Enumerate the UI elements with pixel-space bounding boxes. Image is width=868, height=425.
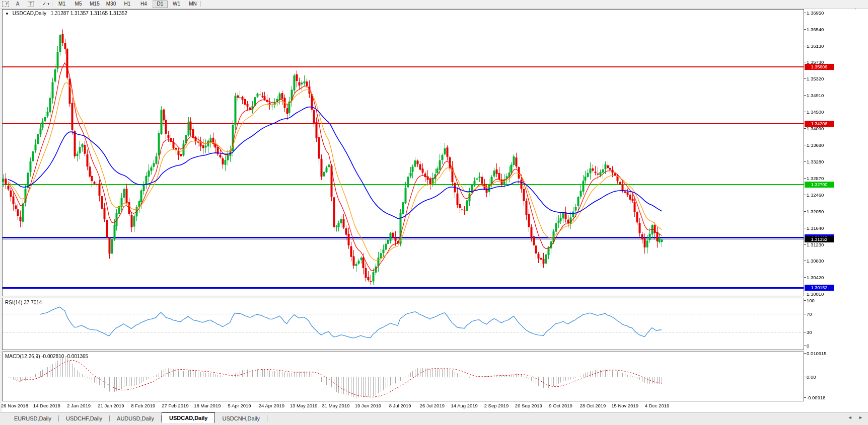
price-tick-label: 1.31640 <box>807 225 824 230</box>
tab-scroll-left-icon[interactable]: ◄ <box>848 415 852 420</box>
date-label: 19 Jun 2019 <box>355 403 381 408</box>
price-tick-label: 1.30010 <box>807 291 824 296</box>
timeframe-button-h4[interactable]: H4 <box>136 1 152 7</box>
date-label: 14 Dec 2018 <box>33 403 60 408</box>
tab-scroll-right-icon[interactable]: ► <box>858 415 863 420</box>
tab-separator <box>267 415 267 421</box>
tab-usdcnh-daily[interactable]: USDCNH,Daily <box>215 414 267 423</box>
price-tick-label: 1.33680 <box>807 142 824 148</box>
collapse-chart-icon[interactable]: ▼ <box>5 12 9 16</box>
ohlc-values: 1.31287 1.31357 1.31165 1.31352 <box>51 11 127 16</box>
date-label: 20 Sep 2019 <box>515 403 542 408</box>
timeframe-button-w1[interactable]: W1 <box>169 1 184 7</box>
symbol-period-label: USDCAD,Daily <box>13 11 46 16</box>
text-tool-button[interactable]: A <box>14 1 22 7</box>
chart-title: ▼ USDCAD,Daily 1.31287 1.31357 1.31165 1… <box>5 11 127 16</box>
price-tick-label: 1.36540 <box>807 27 824 32</box>
tab-usdcad-daily[interactable]: USDCAD,Daily <box>162 412 215 423</box>
date-label: 18 Mar 2019 <box>194 403 221 408</box>
timeframe-button-m15[interactable]: M15 <box>87 1 102 7</box>
date-label: 5 Apr 2019 <box>228 403 251 408</box>
date-label: 9 Oct 2019 <box>549 403 572 408</box>
price-badge: 1.31352 <box>805 236 834 242</box>
price-tick-label: 1.30420 <box>807 274 824 280</box>
date-label: 24 Apr 2019 <box>259 403 284 408</box>
text-label-icon: T <box>28 1 34 7</box>
date-label: 2 Sep 2019 <box>484 403 509 408</box>
text-label-tool-button[interactable]: T <box>26 1 36 7</box>
date-label: 26 Jul 2019 <box>420 403 445 408</box>
rsi-tick-label: 70 <box>807 311 812 317</box>
price-tick-label: 1.32460 <box>807 192 824 197</box>
chart-tab-bar: EURUSD,DailyUSDCHF,DailyAUDUSD,DailyUSDC… <box>0 412 868 423</box>
date-label: 4 Dec 2019 <box>645 403 670 408</box>
timeframe-button-mn[interactable]: MN <box>185 1 200 7</box>
date-label: 2 Jan 2019 <box>67 403 91 408</box>
date-label: 8 Feb 2019 <box>131 403 155 408</box>
rsi-tick-label: 100 <box>807 298 815 303</box>
price-badge: 1.35606 <box>805 64 834 70</box>
toolbar-separator <box>52 1 52 7</box>
mt4-chart-window: FAT✓▾ M1M5M15M30H1H4D1W1MN ▼ USDCAD,Dail… <box>0 0 868 425</box>
status-bar <box>0 423 868 425</box>
price-tick-label: 1.34500 <box>807 109 824 115</box>
timeframe-button-d1[interactable]: D1 <box>153 1 168 8</box>
timeframe-button-h1[interactable]: H1 <box>120 1 135 7</box>
date-label: 26 Nov 2018 <box>1 403 28 408</box>
timeframe-button-m5[interactable]: M5 <box>71 1 86 7</box>
arrows-tool-button[interactable]: ✓▾ <box>39 1 53 7</box>
price-tick-label: 1.35320 <box>807 76 824 81</box>
chart-area-canvas[interactable] <box>0 0 868 425</box>
date-label: 8 Jul 2019 <box>389 403 411 408</box>
date-label: 21 Jan 2019 <box>98 403 124 408</box>
date-label: 27 Feb 2019 <box>162 403 188 408</box>
fibonacci-tool-button[interactable]: F <box>1 1 10 7</box>
date-label: 31 May 2019 <box>322 403 350 408</box>
fibonacci-icon: F <box>2 1 9 7</box>
price-tick-label: 1.36950 <box>807 10 824 16</box>
price-tick-label: 1.34910 <box>807 93 824 98</box>
price-tick-label: 1.32870 <box>807 175 824 181</box>
tab-usdchf-daily[interactable]: USDCHF,Daily <box>59 414 109 423</box>
text-icon: A <box>16 1 20 7</box>
tab-audusd-daily[interactable]: AUDUSD,Daily <box>110 414 161 423</box>
timeframe-button-m1[interactable]: M1 <box>54 1 69 7</box>
timeframe-button-m30[interactable]: M30 <box>104 1 119 7</box>
top-toolbar: FAT✓▾ M1M5M15M30H1H4D1W1MN <box>0 0 868 9</box>
arrows-icon: ✓ <box>42 1 46 7</box>
price-badge: 1.32700 <box>805 182 834 188</box>
macd-tick-label: 0.010615 <box>807 350 827 356</box>
macd-label: MACD(12,26,9) -0.002810 -0.001365 <box>5 354 88 359</box>
dropdown-caret-icon: ▾ <box>47 2 49 6</box>
tab-scroll-arrows: ◄ ► <box>843 415 863 420</box>
rsi-tick-label: 0 <box>807 343 809 349</box>
date-label: 13 May 2019 <box>290 403 318 408</box>
price-badge: 1.30152 <box>805 285 834 291</box>
price-badge: 1.34206 <box>805 121 834 127</box>
price-tick-label: 1.33280 <box>807 158 824 164</box>
rsi-tick-label: 30 <box>807 329 812 335</box>
price-tick-label: 1.32050 <box>807 208 824 214</box>
rsi-label: RSI(14) 37.7014 <box>5 300 42 305</box>
macd-tick-label: 0.00 <box>807 374 816 380</box>
price-tick-label: 1.30830 <box>807 258 824 263</box>
date-label: 14 Aug 2019 <box>451 403 478 408</box>
price-tick-label: 1.36130 <box>807 43 824 49</box>
date-label: 28 Oct 2019 <box>580 403 606 408</box>
macd-tick-label: -0.00918 <box>807 394 826 400</box>
toolbar-separator <box>200 1 201 7</box>
date-label: 15 Nov 2019 <box>611 403 638 408</box>
tab-eurusd-daily[interactable]: EURUSD,Daily <box>7 414 58 423</box>
toolbar-separator <box>153 1 153 7</box>
